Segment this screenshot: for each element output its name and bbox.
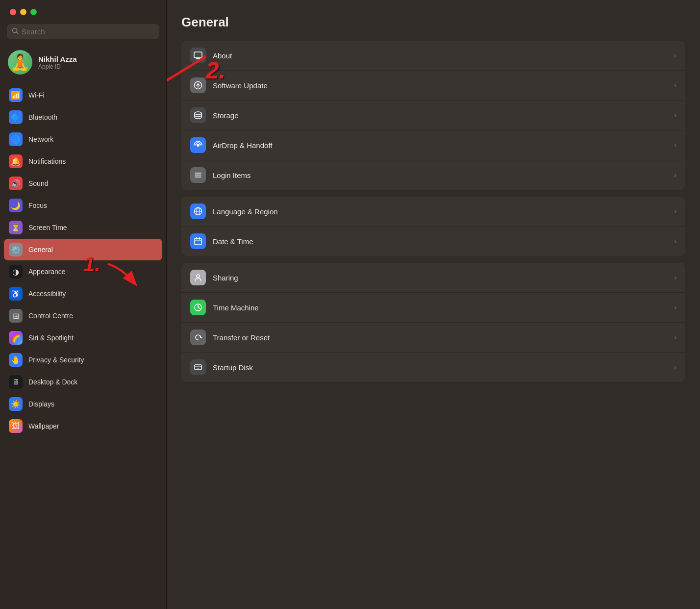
settings-row-about[interactable]: About› [181, 41, 685, 71]
accessibility-icon: ♿ [9, 287, 23, 301]
sidebar-item-label-siri: Siri & Spotlight [28, 334, 74, 342]
siri-icon: 🌈 [9, 331, 23, 345]
sidebar-list: 📶Wi-Fi🔷Bluetooth🌐Network🔔Notifications🔊S… [0, 84, 166, 609]
transfer-icon [190, 330, 206, 345]
login-items-label: Login Items [213, 171, 667, 179]
settings-row-language[interactable]: Language & Region› [181, 197, 685, 227]
sidebar-item-desktop[interactable]: 🖥Desktop & Dock [4, 371, 162, 393]
focus-icon: 🌙 [9, 199, 23, 212]
user-name: Nikhil Azza [38, 55, 77, 63]
chevron-right-icon: › [674, 171, 676, 179]
settings-group-group2: Language & Region›Date & Time› [181, 197, 685, 256]
sidebar-item-label-notifications: Notifications [28, 157, 66, 165]
sidebar-item-label-screentime: Screen Time [28, 224, 67, 231]
minimize-button[interactable] [20, 9, 26, 15]
privacy-icon: 🤚 [9, 353, 23, 367]
datetime-label: Date & Time [213, 237, 667, 246]
settings-row-software-update[interactable]: Software Update› [181, 71, 685, 101]
settings-row-transfer[interactable]: Transfer or Reset› [181, 323, 685, 353]
search-input[interactable] [22, 27, 154, 36]
sidebar-item-displays[interactable]: ☀️Displays [4, 393, 162, 415]
sidebar-item-label-wallpaper: Wallpaper [28, 422, 59, 430]
sharing-icon [190, 270, 206, 285]
avatar: 🧘 [8, 50, 32, 75]
screentime-icon: ⏳ [9, 221, 23, 234]
sidebar-item-focus[interactable]: 🌙Focus [4, 195, 162, 216]
about-icon [190, 48, 206, 63]
svg-rect-19 [195, 238, 201, 245]
settings-row-datetime[interactable]: Date & Time› [181, 227, 685, 256]
user-section[interactable]: 🧘 Nikhil Azza Apple ID [0, 45, 166, 81]
software-update-label: Software Update [213, 81, 667, 90]
sidebar-item-label-privacy: Privacy & Security [28, 356, 84, 364]
displays-icon: ☀️ [9, 397, 23, 411]
datetime-icon [190, 233, 206, 249]
main-content: General About›Software Update›Storage›Ai… [167, 0, 700, 609]
about-label: About [213, 51, 667, 60]
sidebar: 🧘 Nikhil Azza Apple ID 📶Wi-Fi🔷Bluetooth🌐… [0, 0, 167, 609]
storage-label: Storage [213, 111, 667, 120]
chevron-right-icon: › [674, 81, 676, 90]
timemachine-icon [190, 300, 206, 315]
language-label: Language & Region [213, 207, 667, 216]
settings-row-storage[interactable]: Storage› [181, 101, 685, 130]
sidebar-item-bluetooth[interactable]: 🔷Bluetooth [4, 106, 162, 128]
search-bar[interactable] [7, 24, 159, 39]
chevron-right-icon: › [674, 51, 676, 60]
search-icon [12, 27, 19, 36]
close-button[interactable] [10, 9, 16, 15]
sidebar-item-wifi[interactable]: 📶Wi-Fi [4, 84, 162, 106]
transfer-label: Transfer or Reset [213, 333, 667, 342]
sidebar-item-privacy[interactable]: 🤚Privacy & Security [4, 349, 162, 371]
startup-icon [190, 359, 206, 375]
chevron-right-icon: › [674, 303, 676, 312]
titlebar-buttons [0, 0, 166, 22]
network-icon: 🌐 [9, 132, 23, 146]
sound-icon: 🔊 [9, 177, 23, 190]
desktop-icon: 🖥 [9, 375, 23, 389]
sidebar-item-notifications[interactable]: 🔔Notifications [4, 151, 162, 172]
page-title: General [181, 15, 685, 30]
bluetooth-icon: 🔷 [9, 110, 23, 124]
sidebar-item-wallpaper[interactable]: 🖼Wallpaper [4, 415, 162, 437]
sidebar-item-label-general: General [28, 246, 53, 254]
sidebar-item-label-controlcentre: Control Centre [28, 312, 73, 320]
sidebar-item-sound[interactable]: 🔊Sound [4, 173, 162, 194]
settings-row-timemachine[interactable]: Time Machine› [181, 293, 685, 323]
chevron-right-icon: › [674, 141, 676, 150]
sidebar-item-network[interactable]: 🌐Network [4, 128, 162, 150]
settings-row-sharing[interactable]: Sharing› [181, 263, 685, 293]
settings-group-group3: Sharing›Time Machine›Transfer or Reset›S… [181, 263, 685, 382]
svg-rect-4 [194, 52, 202, 58]
settings-row-startup[interactable]: Startup Disk› [181, 353, 685, 382]
chevron-right-icon: › [674, 237, 676, 246]
svg-point-12 [197, 144, 200, 147]
sidebar-item-label-focus: Focus [28, 202, 47, 209]
settings-group-group1: About›Software Update›Storage›AirDrop & … [181, 41, 685, 190]
software-update-icon [190, 77, 206, 93]
sidebar-item-label-wifi: Wi-Fi [28, 91, 45, 99]
sidebar-item-controlcentre[interactable]: ⊞Control Centre [4, 305, 162, 327]
sidebar-item-screentime[interactable]: ⏳Screen Time [4, 217, 162, 238]
airdrop-icon [190, 137, 206, 153]
maximize-button[interactable] [30, 9, 37, 15]
chevron-right-icon: › [674, 333, 676, 342]
settings-row-airdrop[interactable]: AirDrop & Handoff› [181, 130, 685, 160]
sidebar-item-appearance[interactable]: ◑Appearance [4, 261, 162, 282]
sidebar-item-label-sound: Sound [28, 179, 48, 187]
chevron-right-icon: › [674, 273, 676, 282]
wallpaper-icon: 🖼 [9, 419, 23, 433]
sidebar-item-accessibility[interactable]: ♿Accessibility [4, 283, 162, 304]
sidebar-item-label-desktop: Desktop & Dock [28, 378, 77, 386]
chevron-right-icon: › [674, 111, 676, 120]
svg-point-11 [195, 112, 201, 115]
settings-row-login-items[interactable]: Login Items› [181, 160, 685, 190]
sidebar-item-siri[interactable]: 🌈Siri & Spotlight [4, 327, 162, 349]
user-info: Nikhil Azza Apple ID [38, 55, 77, 70]
storage-icon [190, 107, 206, 123]
sidebar-item-general[interactable]: ⚙️General [4, 239, 162, 260]
sharing-label: Sharing [213, 274, 667, 282]
settings-groups: About›Software Update›Storage›AirDrop & … [181, 41, 685, 382]
sidebar-item-label-bluetooth: Bluetooth [28, 113, 57, 121]
svg-point-27 [198, 368, 199, 369]
